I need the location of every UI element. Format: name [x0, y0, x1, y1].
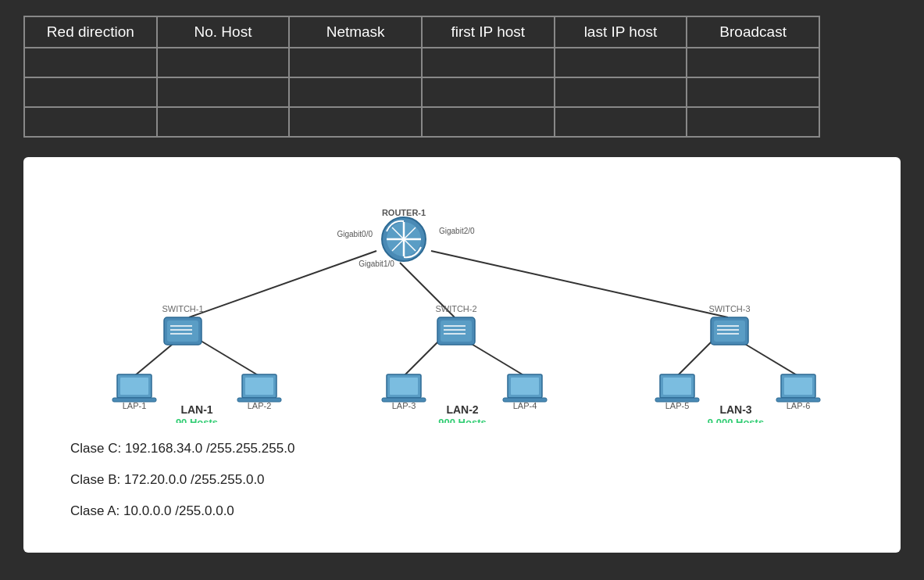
svg-text:90 Hosts: 90 Hosts: [175, 417, 217, 423]
table-row: [24, 48, 819, 77]
table-row: [24, 107, 819, 137]
svg-text:ROUTER-1: ROUTER-1: [381, 208, 425, 217]
svg-text:LAP-1: LAP-1: [122, 401, 146, 410]
svg-rect-20: [167, 320, 198, 342]
svg-text:LAN-1: LAN-1: [180, 403, 212, 416]
svg-rect-54: [663, 378, 691, 395]
col-broadcast: Broadcast: [687, 16, 819, 48]
svg-text:900 Hosts: 900 Hosts: [438, 417, 486, 423]
svg-line-4: [201, 341, 259, 376]
network-table: Red direction No. Host Netmask first IP …: [23, 16, 820, 138]
info-text-section: Clase C: 192.168.34.0 /255.255.255.0 Cla…: [39, 423, 885, 525]
network-diagram: ROUTER-1 Gigabit0/0 Gigabit1/0 Gigabit2/…: [48, 173, 876, 423]
table-section: Red direction No. Host Netmask first IP …: [0, 0, 924, 145]
col-netmask: Netmask: [289, 16, 422, 48]
svg-text:Gigabit1/0: Gigabit1/0: [359, 260, 394, 268]
svg-rect-32: [714, 320, 745, 342]
svg-text:LAN-3: LAN-3: [719, 403, 751, 416]
clase-a-info: Clase A: 10.0.0.0 /255.0.0.0: [70, 498, 854, 525]
clase-b-info: Clase B: 172.20.0.0 /255.255.0.0: [70, 467, 854, 493]
svg-line-0: [189, 251, 376, 317]
svg-text:Gigabit0/0: Gigabit0/0: [337, 230, 373, 238]
table-row: [24, 77, 819, 107]
svg-rect-50: [511, 378, 539, 395]
svg-rect-26: [441, 320, 472, 342]
clase-c-info: Clase C: 192.168.34.0 /255.255.255.0: [70, 435, 854, 462]
col-red-direction: Red direction: [24, 16, 157, 48]
col-first-ip: first IP host: [422, 16, 555, 48]
svg-rect-46: [390, 378, 418, 395]
svg-text:LAN-2: LAN-2: [446, 403, 478, 416]
svg-rect-38: [120, 378, 148, 395]
svg-rect-58: [784, 378, 812, 395]
diagram-section: ROUTER-1 Gigabit0/0 Gigabit1/0 Gigabit2/…: [23, 157, 901, 553]
svg-text:LAP-2: LAP-2: [247, 401, 271, 410]
svg-text:SWITCH-3: SWITCH-3: [708, 304, 750, 313]
svg-text:SWITCH-1: SWITCH-1: [162, 304, 203, 313]
col-last-ip: last IP host: [555, 16, 687, 48]
svg-text:Gigabit2/0: Gigabit2/0: [439, 227, 475, 235]
col-no-host: No. Host: [157, 16, 290, 48]
svg-text:SWITCH-2: SWITCH-2: [435, 304, 476, 313]
svg-rect-42: [245, 378, 273, 395]
svg-line-6: [466, 341, 525, 376]
svg-text:LAP-4: LAP-4: [512, 401, 537, 410]
svg-text:LAP-5: LAP-5: [665, 401, 689, 410]
svg-text:LAP-3: LAP-3: [391, 401, 416, 410]
svg-line-8: [740, 341, 798, 376]
svg-text:LAP-6: LAP-6: [786, 401, 810, 410]
svg-text:9,000 Hosts: 9,000 Hosts: [707, 417, 763, 423]
